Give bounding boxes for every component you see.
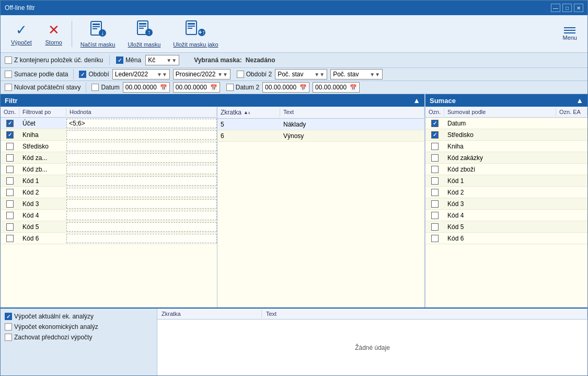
filtr-row-ozn[interactable] (1, 165, 19, 174)
filtr-left-row[interactable]: Kód 5 (1, 221, 217, 233)
minimize-button[interactable]: — (551, 4, 560, 12)
filtr-ozn-checkbox[interactable] (6, 189, 14, 196)
filtr-row-ozn[interactable] (1, 142, 19, 151)
sumace-row-ozn[interactable] (425, 119, 444, 128)
filtr-row-hodnota[interactable] (66, 176, 217, 186)
sumace-row-ozn[interactable] (425, 188, 444, 197)
sumace-ozn-checkbox[interactable] (431, 189, 439, 196)
filtr-row-ozn[interactable] (1, 154, 19, 162)
sumace-ozn-checkbox[interactable] (431, 154, 439, 162)
obdobi-checkbox[interactable] (79, 71, 86, 78)
sumace-ozn-checkbox[interactable] (431, 212, 439, 219)
filtr-ozn-checkbox[interactable] (6, 154, 14, 162)
sumace-row-ozn[interactable] (425, 154, 444, 162)
sumace-row-ozn[interactable] (425, 142, 444, 151)
filtr-ozn-checkbox[interactable] (6, 120, 14, 127)
sumace-row[interactable]: Datum (425, 118, 587, 129)
obdobi-from-select[interactable]: Leden/2022 ▼▼ (112, 69, 170, 79)
datum-from-input[interactable]: 00.00.0000 📅 (123, 82, 170, 93)
bottom-checkbox-zachovat[interactable] (5, 334, 12, 341)
datum2-checkbox[interactable] (226, 84, 234, 91)
filtr-left-row[interactable]: Kód 2 (1, 187, 217, 198)
filtr-left-row[interactable]: Středisko (1, 141, 217, 152)
sumace-ozn-checkbox[interactable] (431, 131, 439, 139)
filtr-left-row[interactable]: Kód zb... (1, 164, 217, 175)
filtr-right-row[interactable]: 5 Náklady (217, 119, 424, 130)
filtr-row-ozn[interactable] (1, 211, 19, 220)
filtr-row-hodnota[interactable]: <5;6> (66, 119, 217, 128)
sumace-ozn-checkbox[interactable] (431, 166, 439, 173)
sumace-row[interactable]: Kód zboží (425, 164, 587, 175)
filtr-row-hodnota[interactable] (66, 153, 217, 163)
sumace-ozn-checkbox[interactable] (431, 143, 439, 150)
sumace-row-ozn[interactable] (425, 165, 444, 174)
sumace-row[interactable]: Kód 6 (425, 233, 587, 244)
filtr-row-ozn[interactable] (1, 223, 19, 231)
obdobi2-checkbox[interactable] (237, 71, 244, 78)
filtr-ozn-checkbox[interactable] (6, 223, 14, 231)
filtr-row-hodnota[interactable] (66, 211, 217, 220)
nulovat-checkbox[interactable] (5, 84, 12, 91)
filtr-ozn-checkbox[interactable] (6, 166, 14, 173)
bottom-checkbox-ekonomicke-analyzy[interactable] (5, 323, 12, 331)
sumace-row-ozn[interactable] (425, 177, 444, 185)
sumace-row[interactable]: Kód 4 (425, 210, 587, 221)
filtr-row-ozn[interactable] (1, 188, 19, 197)
close-button[interactable]: ✕ (574, 4, 583, 12)
sumace-row-ozn[interactable] (425, 131, 444, 139)
vypocet-button[interactable]: ✓ Výpočet (5, 20, 38, 48)
filtr-ozn-checkbox[interactable] (6, 200, 14, 208)
datum2-to-input[interactable]: 00.00.0000 📅 (313, 82, 360, 93)
filtr-ozn-checkbox[interactable] (6, 143, 14, 150)
sumace-row[interactable]: Kniha (425, 141, 587, 152)
nacist-masku-button[interactable]: ↓ Načíst masku (74, 18, 122, 50)
poc-stav1-select[interactable]: Poč. stav ▼▼ (275, 69, 327, 79)
filtr-row-ozn[interactable] (1, 234, 19, 243)
filtr-left-row[interactable]: Účet <5;6> (1, 118, 217, 129)
sumace-ozn-checkbox[interactable] (431, 177, 439, 185)
filtr-right-row[interactable]: 6 Výnosy (217, 130, 424, 142)
filtr-row-hodnota[interactable] (66, 199, 217, 209)
sumace-collapse-button[interactable]: ▲ (576, 96, 583, 105)
filtr-left-row[interactable]: Kód 6 (1, 233, 217, 244)
sumace-row[interactable]: Kód 1 (425, 175, 587, 187)
sumace-row-ozn[interactable] (425, 223, 444, 231)
maximize-button[interactable]: □ (562, 4, 572, 12)
filtr-ozn-checkbox[interactable] (6, 131, 14, 139)
filtr-left-row[interactable]: Kód za... (1, 152, 217, 164)
filtr-row-hodnota[interactable] (66, 142, 217, 151)
filtr-collapse-button[interactable]: ▲ (413, 96, 420, 105)
filtr-row-hodnota[interactable] (66, 165, 217, 174)
sumace-ozn-checkbox[interactable] (431, 223, 439, 231)
sumace-row[interactable]: Kód 5 (425, 221, 587, 233)
filtr-row-hodnota[interactable] (66, 234, 217, 243)
sumace-row[interactable]: Kód 3 (425, 198, 587, 210)
bottom-checkbox-vypocet-analyzy[interactable] (5, 313, 12, 320)
poc-stav2-select[interactable]: Poč. stav ▼▼ (330, 69, 383, 79)
filtr-row-ozn[interactable] (1, 131, 19, 139)
sumace-ozn-checkbox[interactable] (431, 200, 439, 208)
sumace-row[interactable]: Kód 2 (425, 187, 587, 198)
filtr-left-row[interactable]: Kniha (1, 129, 217, 141)
sumace-row[interactable]: Středisko (425, 129, 587, 141)
menu-button[interactable]: Menu (556, 25, 583, 43)
ulozit-masku-jako-button[interactable]: +↑ Uložit masku jako (167, 18, 224, 50)
filtr-row-hodnota[interactable] (66, 222, 217, 232)
filtr-ozn-checkbox[interactable] (6, 235, 14, 242)
filtr-ozn-checkbox[interactable] (6, 212, 14, 219)
filtr-row-ozn[interactable] (1, 177, 19, 185)
filtr-left-row[interactable]: Kód 4 (1, 210, 217, 221)
sumace-ozn-checkbox[interactable] (431, 120, 439, 127)
filtr-row-hodnota[interactable] (66, 188, 217, 197)
datum-to-input[interactable]: 00.00.0000 📅 (173, 82, 220, 93)
sumace-row[interactable]: Kód zakázky (425, 152, 587, 164)
mena-select[interactable]: Kč ▼▼ (145, 55, 179, 65)
kontejner-checkbox[interactable] (5, 56, 12, 64)
filtr-row-ozn[interactable] (1, 200, 19, 208)
sumace-row-ozn[interactable] (425, 211, 444, 220)
sumace-row-ozn[interactable] (425, 200, 444, 208)
filtr-left-row[interactable]: Kód 3 (1, 198, 217, 210)
ulozit-masku-button[interactable]: ↑ Uložit masku (121, 18, 167, 50)
filtr-ozn-checkbox[interactable] (6, 177, 14, 185)
filtr-row-ozn[interactable] (1, 119, 19, 128)
